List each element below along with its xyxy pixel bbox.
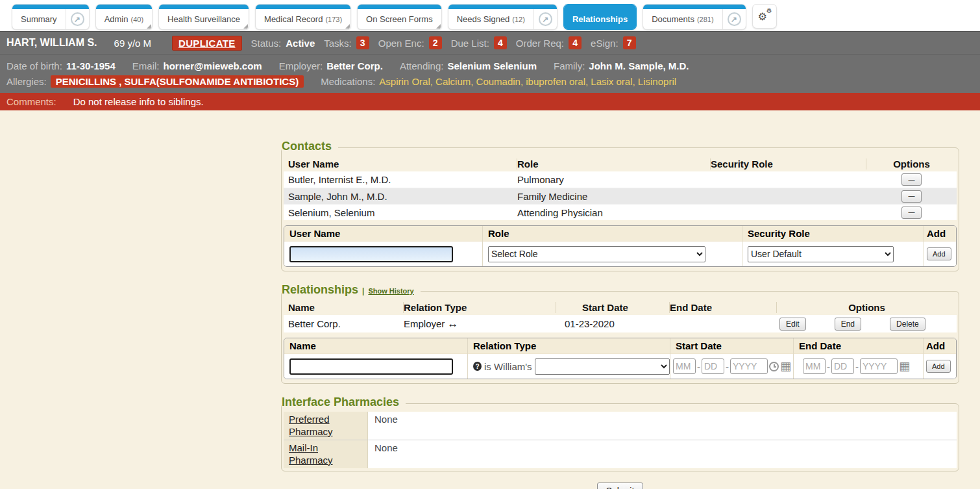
end-month-input[interactable]	[803, 358, 826, 374]
relationship-name: Better Corp.	[284, 318, 404, 329]
remove-contact-button[interactable]: —	[901, 207, 922, 219]
tab-health-surveillance[interactable]: Health Surveillance	[159, 9, 249, 29]
add-contact-button[interactable]: Add	[927, 247, 951, 260]
add-contact-role-select[interactable]: Select Role	[488, 246, 705, 262]
dropdown-fold-icon	[147, 24, 151, 29]
settings-button[interactable]: ⚙ ⚙	[752, 4, 777, 29]
contact-role: Attending Physician	[517, 207, 711, 218]
allergies-value[interactable]: PENICILLINS , SULFA(SULFONAMIDE ANTIBIOT…	[51, 75, 304, 88]
tab-group-needs-signed: Needs Signed (12) ↗	[448, 4, 557, 30]
add-relationship-button[interactable]: Add	[926, 360, 951, 373]
medications-value[interactable]: Aspirin Oral, Calcium, Coumadin, ibuprof…	[379, 76, 676, 87]
add-contact-panel: User Name Role Select Role Security Role…	[284, 225, 957, 267]
status-value: Active	[286, 38, 315, 49]
add-contact-security-role-select[interactable]: User Default	[748, 246, 894, 262]
date-separator: -	[827, 361, 830, 372]
status-label: Status:	[251, 38, 282, 49]
due-list-count-badge[interactable]: 4	[494, 36, 507, 49]
dropdown-fold-icon	[436, 24, 441, 29]
relationships-header-options: Options	[777, 302, 957, 313]
email-value: horner@mieweb.com	[163, 60, 262, 71]
bidirectional-arrow-icon: ↔	[447, 318, 458, 330]
tab-accent-strip	[12, 5, 89, 9]
tab-summary[interactable]: Summary	[12, 9, 66, 29]
tab-summary-popout-button[interactable]: ↗	[66, 9, 89, 29]
date-separator: -	[697, 361, 700, 372]
preferred-pharmacy-link[interactable]: Preferred Pharmacy	[289, 414, 362, 438]
order-req-count-badge[interactable]: 4	[569, 36, 582, 49]
tab-documents[interactable]: Documents (281)	[643, 9, 722, 29]
start-month-input[interactable]	[673, 358, 696, 374]
contacts-legend: Contacts	[282, 140, 338, 153]
tab-needs-signed[interactable]: Needs Signed (12)	[448, 9, 533, 29]
dropdown-fold-icon	[243, 24, 248, 29]
interface-pharmacies-legend: Interface Pharmacies	[282, 395, 406, 409]
calendar-icon[interactable]: ▦	[780, 360, 791, 372]
mail-in-pharmacy-link[interactable]: Mail-In Pharmacy	[289, 442, 362, 467]
comments-text: Do not release info to siblings.	[73, 96, 204, 107]
gear-icon: ⚙	[766, 7, 772, 14]
tab-medical-record-count: (173)	[325, 16, 342, 23]
interface-pharmacies-section: Interface Pharmacies Preferred Pharmacy …	[281, 403, 959, 471]
dob-value: 11-30-1954	[66, 60, 116, 71]
add-contact-user-name-input[interactable]	[289, 246, 453, 262]
add-contact-role-header: Role	[483, 226, 742, 242]
relationships-table-header: Name Relation Type Start Date End Date O…	[284, 300, 957, 315]
submit-button[interactable]: Submit	[597, 483, 644, 489]
tab-group-health-surveillance: Health Surveillance	[158, 4, 249, 30]
calendar-icon[interactable]: ▦	[899, 360, 910, 372]
employer-value: Better Corp.	[326, 60, 383, 71]
help-icon[interactable]: ?	[473, 362, 482, 371]
tab-on-screen-forms-label: On Screen Forms	[366, 14, 433, 24]
add-relationship-start-date-header: Start Date	[670, 338, 793, 354]
duplicate-badge[interactable]: DUPLICATE	[172, 36, 241, 51]
add-relationship-relation-type-header: Relation Type	[468, 338, 670, 354]
tab-documents-popout-button[interactable]: ↗	[722, 9, 746, 29]
tab-summary-label: Summary	[21, 14, 57, 24]
show-history-link[interactable]: Show History	[368, 287, 413, 295]
start-day-input[interactable]	[702, 358, 724, 374]
add-relationship-panel: Name Relation Type ? is William's Start …	[284, 338, 957, 379]
end-year-input[interactable]	[860, 358, 898, 374]
popout-icon: ↗	[71, 12, 84, 26]
patient-name: HART, WILLIAM S.	[6, 37, 97, 49]
end-day-input[interactable]	[831, 358, 854, 374]
tab-needs-signed-count: (12)	[512, 16, 525, 23]
tab-group-medical-record: Medical Record (173)	[255, 4, 351, 30]
edit-relationship-button[interactable]: Edit	[779, 318, 806, 331]
tab-admin[interactable]: Admin (40)	[96, 9, 152, 29]
contacts-title: Contacts	[282, 140, 332, 153]
patient-banner: HART, WILLIAM S. 69 y/o M DUPLICATE Stat…	[0, 31, 980, 93]
remove-contact-button[interactable]: —	[901, 190, 922, 203]
contact-user-name: Sample, John M., M.D.	[284, 191, 517, 202]
tab-on-screen-forms[interactable]: On Screen Forms	[358, 9, 441, 29]
delete-relationship-button[interactable]: Delete	[890, 318, 925, 331]
interface-pharmacies-title: Interface Pharmacies	[282, 395, 399, 409]
comments-bar: Comments: Do not release info to sibling…	[0, 93, 980, 110]
tab-group-admin: Admin (40)	[95, 4, 153, 30]
tab-group-on-screen-forms: On Screen Forms	[357, 4, 442, 30]
esign-count-badge[interactable]: 7	[623, 36, 636, 49]
contacts-header-security-role: Security Role	[711, 158, 866, 169]
add-relationship-end-date-header: End Date	[794, 338, 923, 354]
tab-needs-signed-popout-button[interactable]: ↗	[533, 9, 557, 29]
tab-accent-strip	[564, 5, 636, 9]
open-enc-label: Open Enc:	[378, 38, 424, 49]
add-relationship-name-input[interactable]	[289, 358, 453, 375]
relationships-header-relation-type: Relation Type	[404, 302, 556, 313]
date-separator: -	[855, 361, 859, 372]
start-year-input[interactable]	[730, 358, 768, 374]
clock-icon[interactable]	[769, 362, 779, 371]
contact-role: Family Medicine	[517, 191, 711, 202]
relationships-header-end-date: End Date	[670, 302, 777, 313]
remove-contact-button[interactable]: —	[901, 173, 922, 186]
tab-accent-strip	[448, 5, 557, 9]
add-contact-user-name-header: User Name	[284, 226, 482, 242]
family-label: Family:	[554, 60, 585, 71]
end-relationship-button[interactable]: End	[835, 318, 861, 331]
tab-medical-record[interactable]: Medical Record (173)	[256, 9, 350, 29]
open-enc-count-badge[interactable]: 2	[429, 36, 442, 49]
tasks-count-badge[interactable]: 3	[356, 36, 369, 49]
add-relationship-type-select[interactable]	[535, 358, 670, 375]
tab-relationships[interactable]: Relationships	[564, 9, 636, 29]
